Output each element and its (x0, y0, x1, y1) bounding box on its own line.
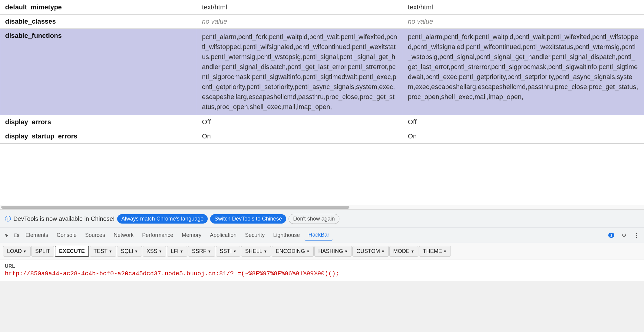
theme-arrow-icon: ▼ (443, 249, 447, 254)
row-master-value: no value (403, 15, 644, 29)
table-row: display_startup_errors On On (0, 129, 644, 144)
tab-security[interactable]: Security (241, 230, 268, 240)
test-arrow-icon: ▼ (109, 249, 112, 254)
xss-arrow-icon: ▼ (159, 249, 162, 254)
notification-message: DevTools is now available in Chinese! (13, 215, 115, 222)
inspect-icon-group (2, 231, 21, 240)
ssrf-button[interactable]: SSRF ▼ (188, 246, 215, 257)
test-label: TEST (94, 248, 107, 254)
custom-label: CUSTOM (356, 248, 380, 254)
shell-button[interactable]: SHELL ▼ (241, 246, 271, 257)
devtools-icon-group: 1 ⚙ ⋮ (606, 231, 642, 240)
device-toggle-icon[interactable] (12, 231, 21, 240)
mode-arrow-icon: ▼ (411, 249, 414, 254)
more-options-button[interactable]: ⋮ (631, 231, 642, 240)
table-row: display_errors Off Off (0, 115, 644, 129)
xss-label: XSS (147, 248, 157, 254)
ssti-arrow-icon: ▼ (233, 249, 237, 254)
row-label: default_mimetype (0, 0, 197, 15)
row-label: display_startup_errors (0, 129, 197, 144)
tab-network[interactable]: Network (110, 230, 137, 240)
php-info-table-container: default_mimetype text/html text/html dis… (0, 0, 644, 205)
sqli-button[interactable]: SQLI ▼ (117, 246, 142, 257)
sqli-label: SQLI (121, 248, 133, 254)
switch-to-chinese-button[interactable]: Switch DevTools to Chinese (210, 214, 286, 224)
shell-arrow-icon: ▼ (264, 249, 267, 254)
tab-application[interactable]: Application (206, 230, 240, 240)
dont-show-again-button[interactable]: Don't show again (289, 214, 339, 224)
row-local-value: pcntl_alarm,pcntl_fork,pcntl_waitpid,pcn… (197, 29, 403, 115)
row-local-value: Off (197, 115, 403, 129)
devtools-notification-bar: ⓘ DevTools is now available in Chinese! … (0, 210, 644, 228)
php-info-table: default_mimetype text/html text/html dis… (0, 0, 644, 144)
sqli-arrow-icon: ▼ (134, 249, 138, 254)
row-master-value: On (403, 129, 644, 144)
lfi-arrow-icon: ▼ (180, 249, 183, 254)
hashing-label: HASHING (318, 248, 343, 254)
custom-button[interactable]: CUSTOM ▼ (352, 246, 389, 257)
tab-hackbar[interactable]: HackBar (305, 230, 333, 241)
row-master-value: text/html (403, 0, 644, 15)
encoding-label: ENCODING (276, 248, 305, 254)
row-master-value: pcntl_alarm,pcntl_fork,pcntl_waitpid,pcn… (403, 29, 644, 115)
tab-sources[interactable]: Sources (81, 230, 109, 240)
row-local-value: text/html (197, 0, 403, 15)
test-button[interactable]: TEST ▼ (90, 246, 116, 257)
console-badge-button[interactable]: 1 (606, 231, 617, 239)
row-label: disable_classes (0, 15, 197, 29)
split-button[interactable]: SPLIT (31, 246, 54, 257)
row-label: display_errors (0, 115, 197, 129)
encoding-button[interactable]: ENCODING ▼ (272, 246, 314, 257)
load-label: LOAD (7, 248, 22, 254)
theme-label: THEME (423, 248, 442, 254)
ssrf-label: SSRF (192, 248, 206, 254)
hashing-arrow-icon: ▼ (344, 249, 348, 254)
tab-console[interactable]: Console (53, 230, 80, 240)
ssrf-arrow-icon: ▼ (208, 249, 211, 254)
ssti-button[interactable]: SSTI ▼ (216, 246, 241, 257)
console-badge: 1 (608, 233, 614, 238)
row-local-value: On (197, 129, 403, 144)
lfi-button[interactable]: LFI ▼ (167, 246, 187, 257)
theme-button[interactable]: THEME ▼ (419, 246, 451, 257)
execute-label: EXECUTE (59, 248, 85, 254)
load-button[interactable]: LOAD ▼ (3, 246, 31, 257)
url-label: URL (5, 264, 639, 269)
load-arrow-icon: ▼ (23, 249, 27, 254)
scrollbar-thumb[interactable] (1, 206, 349, 209)
tab-performance[interactable]: Performance (138, 230, 177, 240)
tab-elements[interactable]: Elements (22, 230, 52, 240)
url-section: URL http://850a9a44-ac28-4c4b-bcf0-a20ca… (0, 260, 644, 281)
url-value[interactable]: http://850a9a44-ac28-4c4b-bcf0-a20ca45dc… (5, 270, 639, 277)
split-label: SPLIT (35, 248, 50, 254)
ssti-label: SSTI (220, 248, 232, 254)
svg-rect-0 (14, 234, 17, 237)
tab-memory[interactable]: Memory (178, 230, 205, 240)
shell-label: SHELL (245, 248, 262, 254)
horizontal-scrollbar[interactable] (0, 205, 644, 210)
row-local-value: no value (197, 15, 403, 29)
cursor-icon[interactable] (2, 231, 11, 240)
encoding-arrow-icon: ▼ (306, 249, 310, 254)
tab-lighthouse[interactable]: Lighthouse (269, 230, 303, 240)
lfi-label: LFI (171, 248, 179, 254)
hackbar-toolbar: LOAD ▼ SPLIT EXECUTE TEST ▼ SQLI ▼ XSS ▼… (0, 243, 644, 260)
table-row: disable_classes no value no value (0, 15, 644, 29)
row-label: disable_functions (0, 29, 197, 115)
mode-label: MODE (393, 248, 410, 254)
devtools-tab-bar: Elements Console Sources Network Perform… (0, 228, 644, 243)
svg-rect-1 (17, 234, 18, 237)
table-row: default_mimetype text/html text/html (0, 0, 644, 15)
table-row: disable_functions pcntl_alarm,pcntl_fork… (0, 29, 644, 115)
custom-arrow-icon: ▼ (381, 249, 385, 254)
row-master-value: Off (403, 115, 644, 129)
execute-button[interactable]: EXECUTE (55, 246, 89, 257)
hashing-button[interactable]: HASHING ▼ (314, 246, 352, 257)
xss-button[interactable]: XSS ▼ (143, 246, 166, 257)
settings-icon-button[interactable]: ⚙ (619, 231, 629, 240)
always-match-language-button[interactable]: Always match Chrome's language (117, 214, 208, 224)
mode-button[interactable]: MODE ▼ (389, 246, 418, 257)
info-icon: ⓘ (5, 215, 11, 223)
